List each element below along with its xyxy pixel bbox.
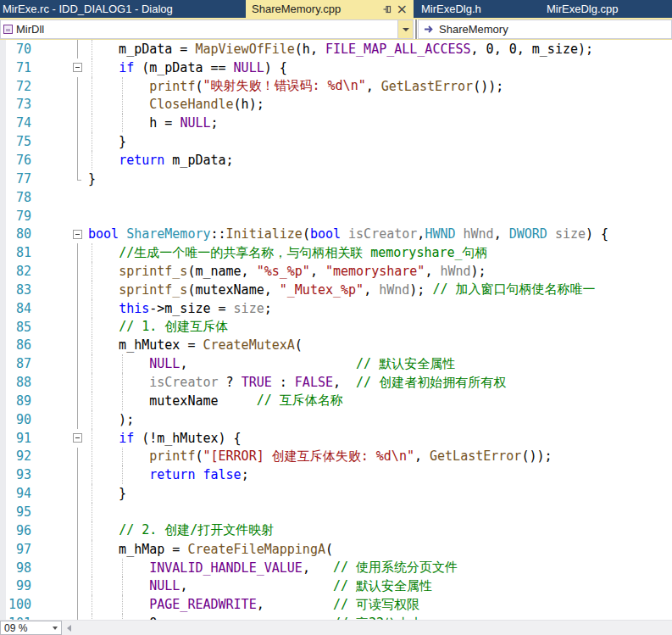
code-token: ,	[180, 578, 333, 593]
line-number: 87	[0, 356, 42, 371]
code-line[interactable]: sprintf_s(m_name, "%s_%p", "memoryshare"…	[85, 262, 672, 281]
fold-marker	[71, 77, 85, 96]
code-token: ShareMemory	[126, 226, 210, 242]
code-token: sprintf_s	[119, 264, 187, 279]
indent-guide	[92, 373, 92, 392]
horizontal-scrollbar[interactable]	[76, 621, 672, 635]
zoom-level-select[interactable]: 09 %	[0, 621, 62, 635]
code-line[interactable]: 0, // 高32位大小	[85, 614, 672, 620]
code-token: printf	[149, 448, 195, 464]
code-line[interactable]: m_hMap = CreateFileMappingA(	[85, 540, 672, 559]
code-token: (	[325, 542, 333, 557]
code-line-row: 85 // 1. 创建互斥体	[0, 318, 672, 337]
code-line[interactable]: printf("映射失败！错误码: %d\n", GetLastError())…	[85, 77, 672, 96]
code-token: CloseHandle	[149, 97, 233, 112]
code-line[interactable]	[85, 207, 672, 226]
code-token	[341, 226, 348, 242]
pin-icon[interactable]	[382, 4, 392, 14]
line-number: 86	[0, 337, 42, 353]
code-line[interactable]: PAGE_READWRITE, // 可读写权限	[85, 595, 672, 614]
code-token: HWND	[425, 226, 455, 242]
code-token: return	[119, 153, 164, 168]
code-token: );	[88, 412, 134, 427]
code-line-row: 79	[0, 207, 672, 226]
code-token: isCreator	[348, 226, 417, 242]
project-dropdown-button[interactable]	[398, 19, 414, 39]
code-line[interactable]: m_pData = MapViewOfFile(h, FILE_MAP_ALL_…	[85, 40, 672, 58]
code-line[interactable]: }	[85, 132, 672, 151]
indent-guide	[92, 503, 92, 521]
code-line[interactable]: bool ShareMemory::Initialize(bool isCrea…	[85, 225, 672, 243]
editor-bottom-bar: 09 %	[0, 620, 672, 635]
code-token: (h);	[234, 97, 264, 112]
code-line[interactable]	[85, 503, 672, 521]
code-line[interactable]: // 2. 创建/打开文件映射	[85, 521, 672, 540]
fold-collapse-button[interactable]	[71, 225, 85, 243]
fold-marker	[71, 96, 85, 114]
code-token: // 加入窗口句柄使名称唯一	[432, 281, 595, 298]
code-line-row: 77}	[0, 170, 672, 188]
line-number: 78	[0, 190, 42, 205]
code-line[interactable]: // 1. 创建互斥体	[85, 318, 672, 337]
code-line[interactable]: if (m_pData == NULL) {	[85, 58, 672, 77]
close-icon[interactable]: ×	[397, 3, 408, 15]
code-line[interactable]: this->m_size = size;	[85, 299, 672, 318]
code-line[interactable]: if (!m_hMutex) {	[85, 429, 672, 448]
code-line[interactable]: }	[85, 484, 672, 503]
code-line[interactable]: //生成一个唯一的共享名称，与句柄相关联 memoryshare_句柄	[85, 243, 672, 262]
code-line[interactable]: INVALID_HANDLE_VALUE, // 使用系统分页文件	[85, 559, 672, 577]
line-number: 79	[0, 209, 42, 224]
fold-marker	[71, 484, 85, 503]
code-token: m_hMap =	[88, 542, 187, 557]
code-token: // 创建者初始拥有所有权	[356, 375, 506, 391]
fold-collapse-button[interactable]	[71, 58, 85, 77]
code-token: ,	[417, 226, 425, 242]
code-line[interactable]: );	[85, 410, 672, 429]
indent-guide	[122, 392, 123, 410]
member-dropdown[interactable]: ShareMemory	[418, 19, 672, 39]
code-line[interactable]: isCreator ? TRUE : FALSE, // 创建者初始拥有所有权	[85, 373, 672, 392]
indent-guide	[122, 114, 123, 132]
code-token: , 0, 0, m_size);	[471, 42, 594, 57]
breakpoint-margin[interactable]	[0, 40, 6, 620]
code-token: (m_pData ==	[134, 60, 233, 75]
code-line-row: 92 printf("[ERROR] 创建互斥体失败: %d\n", GetLa…	[0, 448, 672, 466]
tab-mirexedlg-cpp[interactable]: MirExeDlg.cpp	[547, 0, 672, 18]
code-token: // 互斥体名称	[257, 393, 343, 409]
project-dropdown[interactable]: MirDll	[0, 19, 398, 39]
code-line[interactable]: NULL, // 默认安全属性	[85, 354, 672, 373]
line-number: 85	[0, 320, 42, 335]
code-editor[interactable]: 70 m_pData = MapViewOfFile(h, FILE_MAP_A…	[0, 40, 672, 620]
code-line[interactable]: mutexName // 互斥体名称	[85, 392, 672, 410]
code-token: false	[203, 467, 241, 482]
code-token: "[ERROR] 创建互斥体失败: %d\n"	[203, 448, 414, 465]
tab-mirexe-rc-dialog[interactable]: MirExe.rc - IDD_DIALOG1 - Dialog	[0, 0, 246, 18]
indent-guide	[122, 465, 123, 484]
tab-sharememory-cpp[interactable]: ShareMemory.cpp ×	[246, 0, 414, 18]
code-token: "_Mutex_%p"	[280, 282, 364, 298]
code-line[interactable]: sprintf_s(mutexName, "_Mutex_%p", hWnd);…	[85, 281, 672, 299]
code-line[interactable]: h = NULL;	[85, 114, 672, 132]
code-token: (!m_hMutex) {	[134, 431, 241, 446]
code-token: this	[119, 301, 149, 316]
code-line[interactable]: CloseHandle(h);	[85, 96, 672, 114]
code-token: DWORD	[509, 226, 547, 242]
code-token	[88, 153, 119, 168]
code-line[interactable]: NULL, // 默认安全属性	[85, 577, 672, 595]
tab-mirexedlg-h[interactable]: MirExeDlg.h	[414, 0, 547, 18]
code-line[interactable]: return m_pData;	[85, 151, 672, 170]
code-line[interactable]: }	[85, 170, 672, 188]
code-token: mutexName	[88, 393, 257, 409]
code-token: // 2. 创建/打开文件映射	[119, 522, 274, 538]
code-line-row: 76 return m_pData;	[0, 151, 672, 170]
code-line[interactable]: return false;	[85, 465, 672, 484]
tab-tools: ×	[382, 3, 414, 15]
fold-marker	[71, 170, 85, 188]
line-number: 89	[0, 393, 42, 409]
code-line-row: 82 sprintf_s(m_name, "%s_%p", "memorysha…	[0, 262, 672, 281]
code-line[interactable]	[85, 188, 672, 207]
scroll-left-button[interactable]	[62, 621, 76, 635]
code-line[interactable]: printf("[ERROR] 创建互斥体失败: %d\n", GetLastE…	[85, 448, 672, 466]
code-line[interactable]: m_hMutex = CreateMutexA(	[85, 337, 672, 355]
fold-collapse-button[interactable]	[71, 429, 85, 448]
